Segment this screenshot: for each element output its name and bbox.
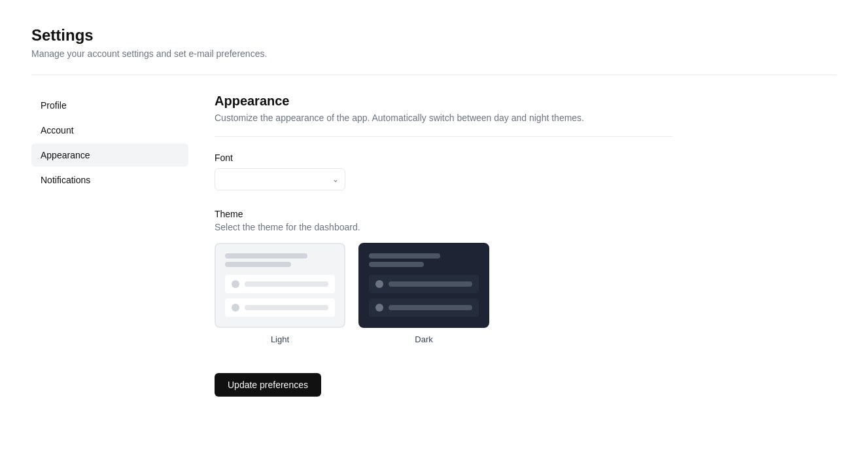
light-bar-1 xyxy=(225,253,307,259)
dark-row-1 xyxy=(369,275,479,293)
sidebar-item-label: Account xyxy=(41,125,74,135)
section-header: Appearance Customize the appearance of t… xyxy=(215,94,672,123)
light-theme-preview xyxy=(215,243,345,328)
light-circle-1 xyxy=(232,280,239,288)
sidebar-item-label: Profile xyxy=(41,100,67,111)
sidebar-item-account[interactable]: Account xyxy=(31,118,188,142)
content-layout: Profile Account Appearance Notifications… xyxy=(31,94,837,397)
dark-bar-1 xyxy=(369,253,440,259)
light-theme-label: Light xyxy=(271,334,289,344)
header-divider xyxy=(31,75,837,75)
section-title: Appearance xyxy=(215,94,672,109)
dark-bar-2 xyxy=(369,262,424,267)
section-divider xyxy=(215,136,672,137)
theme-description: Select the theme for the dashboard. xyxy=(215,222,672,232)
font-label: Font xyxy=(215,152,672,163)
page-title: Settings xyxy=(31,26,837,45)
theme-option-light[interactable]: Light xyxy=(215,243,345,344)
sidebar-item-label: Appearance xyxy=(41,150,90,160)
light-row-1 xyxy=(225,275,335,293)
light-row-2 xyxy=(225,298,335,317)
dark-row-2 xyxy=(369,298,479,317)
theme-group: Theme Select the theme for the dashboard… xyxy=(215,209,672,344)
light-row-bar-2 xyxy=(245,305,328,310)
main-content: Appearance Customize the appearance of t… xyxy=(215,94,672,397)
light-bar-2 xyxy=(225,262,291,267)
page-subtitle: Manage your account settings and set e-m… xyxy=(31,48,837,59)
section-description: Customize the appearance of the app. Aut… xyxy=(215,113,672,123)
sidebar: Profile Account Appearance Notifications xyxy=(31,94,188,397)
dark-circle-1 xyxy=(375,280,383,288)
theme-option-dark[interactable]: Dark xyxy=(358,243,489,344)
dark-theme-preview xyxy=(358,243,489,328)
light-row-bar-1 xyxy=(245,281,328,287)
font-group: Font ⌄ xyxy=(215,152,672,190)
sidebar-item-profile[interactable]: Profile xyxy=(31,94,188,117)
light-bars xyxy=(225,253,335,267)
theme-options: Light xyxy=(215,243,672,344)
dark-row-bar-2 xyxy=(389,305,472,310)
dark-circle-2 xyxy=(375,304,383,312)
dark-row-bar-1 xyxy=(389,281,472,287)
sidebar-item-notifications[interactable]: Notifications xyxy=(31,168,188,192)
sidebar-nav: Profile Account Appearance Notifications xyxy=(31,94,188,192)
font-select[interactable] xyxy=(215,168,345,190)
theme-label: Theme xyxy=(215,209,672,219)
dark-theme-label: Dark xyxy=(415,334,432,344)
update-preferences-button[interactable]: Update preferences xyxy=(215,373,321,397)
sidebar-item-appearance[interactable]: Appearance xyxy=(31,143,188,167)
font-select-wrapper: ⌄ xyxy=(215,168,345,190)
light-circle-2 xyxy=(232,304,239,312)
dark-bars xyxy=(369,253,479,267)
sidebar-item-label: Notifications xyxy=(41,175,90,185)
page-header: Settings Manage your account settings an… xyxy=(31,26,837,59)
